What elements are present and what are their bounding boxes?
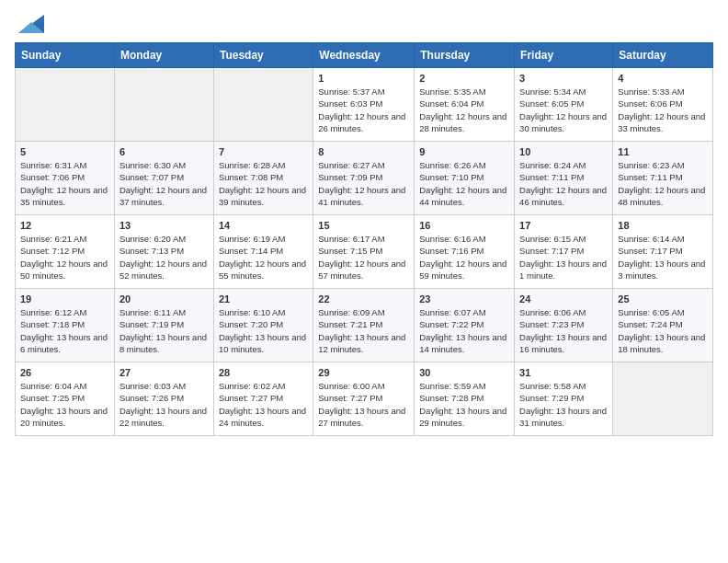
day-number: 5 bbox=[20, 146, 109, 157]
cell-content: Sunrise: 6:12 AMSunset: 7:18 PMDaylight:… bbox=[20, 306, 109, 355]
day-number: 1 bbox=[318, 73, 409, 84]
day-cell: 24Sunrise: 6:06 AMSunset: 7:23 PMDayligh… bbox=[515, 289, 613, 362]
cell-content: Sunrise: 6:17 AMSunset: 7:15 PMDaylight:… bbox=[318, 233, 409, 282]
day-cell: 15Sunrise: 6:17 AMSunset: 7:15 PMDayligh… bbox=[313, 215, 415, 289]
week-row-1: 1Sunrise: 5:37 AMSunset: 6:03 PMDaylight… bbox=[16, 68, 713, 142]
day-cell: 13Sunrise: 6:20 AMSunset: 7:13 PMDayligh… bbox=[114, 215, 213, 289]
day-cell: 21Sunrise: 6:10 AMSunset: 7:20 PMDayligh… bbox=[213, 289, 313, 362]
cell-content: Sunrise: 6:14 AMSunset: 7:17 PMDaylight:… bbox=[618, 233, 708, 282]
day-number: 30 bbox=[419, 367, 509, 378]
day-cell: 12Sunrise: 6:21 AMSunset: 7:12 PMDayligh… bbox=[16, 215, 115, 289]
day-cell bbox=[114, 68, 213, 142]
cell-content: Sunrise: 6:06 AMSunset: 7:23 PMDaylight:… bbox=[519, 306, 608, 355]
day-cell: 5Sunrise: 6:31 AMSunset: 7:06 PMDaylight… bbox=[16, 142, 115, 215]
week-row-3: 12Sunrise: 6:21 AMSunset: 7:12 PMDayligh… bbox=[16, 215, 713, 289]
cell-content: Sunrise: 6:31 AMSunset: 7:06 PMDaylight:… bbox=[20, 159, 109, 208]
day-cell: 18Sunrise: 6:14 AMSunset: 7:17 PMDayligh… bbox=[613, 215, 713, 289]
cell-content: Sunrise: 6:09 AMSunset: 7:21 PMDaylight:… bbox=[318, 306, 409, 355]
day-cell: 7Sunrise: 6:28 AMSunset: 7:08 PMDaylight… bbox=[213, 142, 313, 215]
cell-content: Sunrise: 5:35 AMSunset: 6:04 PMDaylight:… bbox=[419, 86, 509, 134]
header bbox=[15, 15, 713, 33]
day-cell: 4Sunrise: 5:33 AMSunset: 6:06 PMDaylight… bbox=[613, 68, 713, 142]
cell-content: Sunrise: 6:30 AMSunset: 7:07 PMDaylight:… bbox=[119, 159, 209, 208]
cell-content: Sunrise: 5:37 AMSunset: 6:03 PMDaylight:… bbox=[318, 86, 409, 134]
day-cell: 26Sunrise: 6:04 AMSunset: 7:25 PMDayligh… bbox=[16, 362, 115, 436]
day-cell bbox=[16, 68, 115, 142]
day-cell: 22Sunrise: 6:09 AMSunset: 7:21 PMDayligh… bbox=[313, 289, 415, 362]
day-number: 14 bbox=[219, 220, 308, 231]
calendar-table: SundayMondayTuesdayWednesdayThursdayFrid… bbox=[15, 42, 713, 436]
cell-content: Sunrise: 6:26 AMSunset: 7:10 PMDaylight:… bbox=[419, 159, 509, 208]
header-cell-monday: Monday bbox=[114, 43, 213, 68]
cell-content: Sunrise: 6:04 AMSunset: 7:25 PMDaylight:… bbox=[20, 380, 109, 429]
day-number: 12 bbox=[20, 220, 109, 231]
header-cell-tuesday: Tuesday bbox=[213, 43, 313, 68]
cell-content: Sunrise: 5:34 AMSunset: 6:05 PMDaylight:… bbox=[519, 86, 608, 134]
logo-icon bbox=[18, 15, 44, 33]
day-number: 13 bbox=[119, 220, 209, 231]
day-number: 17 bbox=[519, 220, 608, 231]
day-cell bbox=[213, 68, 313, 142]
cell-content: Sunrise: 6:16 AMSunset: 7:16 PMDaylight:… bbox=[419, 233, 509, 282]
day-number: 23 bbox=[419, 293, 509, 304]
day-number: 9 bbox=[419, 146, 509, 157]
cell-content: Sunrise: 5:58 AMSunset: 7:29 PMDaylight:… bbox=[519, 380, 608, 429]
header-cell-wednesday: Wednesday bbox=[313, 43, 415, 68]
header-cell-thursday: Thursday bbox=[415, 43, 515, 68]
day-cell: 19Sunrise: 6:12 AMSunset: 7:18 PMDayligh… bbox=[16, 289, 115, 362]
calendar-header-row: SundayMondayTuesdayWednesdayThursdayFrid… bbox=[16, 43, 713, 68]
cell-content: Sunrise: 6:05 AMSunset: 7:24 PMDaylight:… bbox=[618, 306, 708, 355]
day-number: 18 bbox=[618, 220, 708, 231]
cell-content: Sunrise: 6:23 AMSunset: 7:11 PMDaylight:… bbox=[618, 159, 708, 208]
day-number: 8 bbox=[318, 146, 409, 157]
day-number: 28 bbox=[219, 367, 308, 378]
day-cell: 29Sunrise: 6:00 AMSunset: 7:27 PMDayligh… bbox=[313, 362, 415, 436]
day-cell bbox=[613, 362, 713, 436]
cell-content: Sunrise: 6:03 AMSunset: 7:26 PMDaylight:… bbox=[119, 380, 209, 429]
day-cell: 20Sunrise: 6:11 AMSunset: 7:19 PMDayligh… bbox=[114, 289, 213, 362]
day-number: 11 bbox=[618, 146, 708, 157]
day-number: 19 bbox=[20, 293, 109, 304]
cell-content: Sunrise: 6:28 AMSunset: 7:08 PMDaylight:… bbox=[219, 159, 308, 208]
day-number: 22 bbox=[318, 293, 409, 304]
cell-content: Sunrise: 6:10 AMSunset: 7:20 PMDaylight:… bbox=[219, 306, 308, 355]
day-cell: 14Sunrise: 6:19 AMSunset: 7:14 PMDayligh… bbox=[213, 215, 313, 289]
header-cell-sunday: Sunday bbox=[16, 43, 115, 68]
day-number: 26 bbox=[20, 367, 109, 378]
day-number: 24 bbox=[519, 293, 608, 304]
day-number: 25 bbox=[618, 293, 708, 304]
day-number: 6 bbox=[119, 146, 209, 157]
day-cell: 16Sunrise: 6:16 AMSunset: 7:16 PMDayligh… bbox=[415, 215, 515, 289]
day-cell: 30Sunrise: 5:59 AMSunset: 7:28 PMDayligh… bbox=[415, 362, 515, 436]
day-cell: 17Sunrise: 6:15 AMSunset: 7:17 PMDayligh… bbox=[515, 215, 613, 289]
day-number: 7 bbox=[219, 146, 308, 157]
day-number: 21 bbox=[219, 293, 308, 304]
day-number: 15 bbox=[318, 220, 409, 231]
cell-content: Sunrise: 6:19 AMSunset: 7:14 PMDaylight:… bbox=[219, 233, 308, 282]
day-cell: 27Sunrise: 6:03 AMSunset: 7:26 PMDayligh… bbox=[114, 362, 213, 436]
logo bbox=[15, 15, 44, 33]
cell-content: Sunrise: 6:27 AMSunset: 7:09 PMDaylight:… bbox=[318, 159, 409, 208]
day-number: 16 bbox=[419, 220, 509, 231]
day-number: 29 bbox=[318, 367, 409, 378]
header-cell-friday: Friday bbox=[515, 43, 613, 68]
week-row-2: 5Sunrise: 6:31 AMSunset: 7:06 PMDaylight… bbox=[16, 142, 713, 215]
day-number: 27 bbox=[119, 367, 209, 378]
day-number: 10 bbox=[519, 146, 608, 157]
cell-content: Sunrise: 5:33 AMSunset: 6:06 PMDaylight:… bbox=[618, 86, 708, 134]
day-cell: 1Sunrise: 5:37 AMSunset: 6:03 PMDaylight… bbox=[313, 68, 415, 142]
day-cell: 25Sunrise: 6:05 AMSunset: 7:24 PMDayligh… bbox=[613, 289, 713, 362]
day-cell: 2Sunrise: 5:35 AMSunset: 6:04 PMDaylight… bbox=[415, 68, 515, 142]
week-row-4: 19Sunrise: 6:12 AMSunset: 7:18 PMDayligh… bbox=[16, 289, 713, 362]
cell-content: Sunrise: 6:24 AMSunset: 7:11 PMDaylight:… bbox=[519, 159, 608, 208]
day-cell: 3Sunrise: 5:34 AMSunset: 6:05 PMDaylight… bbox=[515, 68, 613, 142]
cell-content: Sunrise: 5:59 AMSunset: 7:28 PMDaylight:… bbox=[419, 380, 509, 429]
day-number: 20 bbox=[119, 293, 209, 304]
cell-content: Sunrise: 6:11 AMSunset: 7:19 PMDaylight:… bbox=[119, 306, 209, 355]
day-number: 31 bbox=[519, 367, 608, 378]
day-number: 2 bbox=[419, 73, 509, 84]
cell-content: Sunrise: 6:15 AMSunset: 7:17 PMDaylight:… bbox=[519, 233, 608, 282]
day-number: 4 bbox=[618, 73, 708, 84]
day-cell: 10Sunrise: 6:24 AMSunset: 7:11 PMDayligh… bbox=[515, 142, 613, 215]
day-cell: 8Sunrise: 6:27 AMSunset: 7:09 PMDaylight… bbox=[313, 142, 415, 215]
